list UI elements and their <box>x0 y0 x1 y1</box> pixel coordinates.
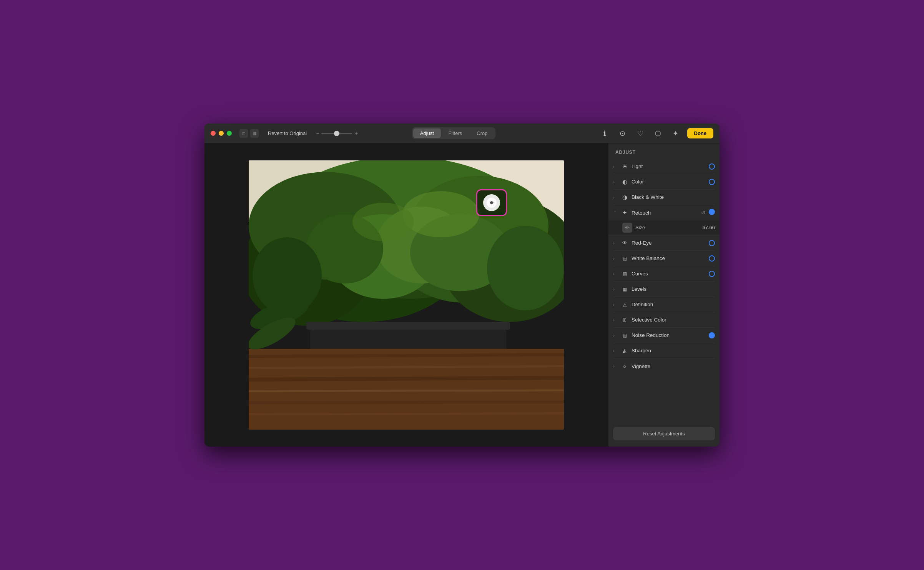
retouch-section: › ✦ Retouch ↺ ✏ Size 67.66 <box>608 205 720 235</box>
right-panel: ADJUST › ☀ Light › ◐ Color <box>608 143 720 447</box>
adjust-row-definition[interactable]: › △ Definition <box>613 297 715 312</box>
vignette-label: Vignette <box>632 363 715 369</box>
brightness-slider[interactable] <box>321 133 352 134</box>
adjust-row-whitebalance[interactable]: › ▤ White Balance <box>613 251 715 266</box>
chevron-right-icon: › <box>613 333 618 338</box>
selectivecolor-icon: ⊞ <box>621 317 628 323</box>
svg-line-24 <box>249 402 564 403</box>
svg-line-25 <box>249 413 564 414</box>
retouch-cursor <box>476 189 507 216</box>
photo-background <box>249 160 564 430</box>
chevron-right-icon: › <box>613 241 618 245</box>
favorite-button[interactable]: ♡ <box>634 127 646 140</box>
vignette-icon: ○ <box>621 363 628 369</box>
whitebalance-icon: ▤ <box>621 256 628 261</box>
adjust-row-levels[interactable]: › ▦ Levels <box>613 282 715 297</box>
tab-crop[interactable]: Crop <box>470 128 494 138</box>
color-indicator <box>709 179 715 185</box>
adjust-row-color[interactable]: › ◐ Color <box>613 174 715 190</box>
light-label: Light <box>632 163 706 169</box>
info-button[interactable]: ℹ <box>599 127 611 140</box>
chevron-right-icon: › <box>613 287 618 292</box>
noisereduction-icon: ▤ <box>621 333 628 338</box>
sharpen-label: Sharpen <box>632 348 715 353</box>
svg-point-28 <box>402 191 479 237</box>
image-area <box>204 143 608 447</box>
adjust-row-noisereduction[interactable]: › ▤ Noise Reduction <box>613 328 715 343</box>
tab-adjust[interactable]: Adjust <box>413 128 441 138</box>
done-button[interactable]: Done <box>687 128 714 138</box>
bw-label: Black & White <box>632 194 715 200</box>
titlebar: □ ▥ Revert to Original − + Adjust Filter… <box>204 123 720 143</box>
magic-wand-button[interactable]: ✦ <box>670 127 682 140</box>
adjust-list: › ☀ Light › ◐ Color <box>608 159 720 421</box>
adjust-row-selectivecolor[interactable]: › ⊞ Selective Color <box>613 312 715 328</box>
svg-rect-19 <box>249 349 564 430</box>
adjust-row-curves[interactable]: › ▤ Curves <box>613 266 715 282</box>
adjust-item-curves: › ▤ Curves <box>608 266 720 282</box>
color-icon: ◐ <box>621 178 628 185</box>
retouch-actions: ↺ <box>700 209 715 217</box>
image-container <box>249 160 564 430</box>
levels-icon: ▦ <box>621 287 628 292</box>
main-content: ADJUST › ☀ Light › ◐ Color <box>204 143 720 447</box>
adjust-item-whitebalance: › ▤ White Balance <box>608 251 720 266</box>
noisereduction-label: Noise Reduction <box>632 332 706 338</box>
definition-icon: △ <box>621 302 628 307</box>
sharpen-icon: ◭ <box>621 348 628 353</box>
close-button[interactable] <box>211 131 216 136</box>
split-view-button[interactable]: ▥ <box>250 129 259 138</box>
light-indicator <box>709 163 715 170</box>
redeye-icon: 👁 <box>621 240 628 246</box>
color-label: Color <box>632 179 706 185</box>
brightness-min-icon: − <box>316 130 319 137</box>
brightness-max-icon: + <box>354 130 358 137</box>
chevron-right-icon: › <box>613 272 618 276</box>
brightness-thumb <box>334 131 339 136</box>
share-button[interactable]: ⬡ <box>652 127 664 140</box>
retouch-tool-icon <box>486 197 497 208</box>
redeye-label: Red-Eye <box>632 240 706 246</box>
retouch-brush-icon: ✏ <box>622 223 632 233</box>
reset-adjustments-button[interactable]: Reset Adjustments <box>613 427 715 440</box>
adjust-row-light[interactable]: › ☀ Light <box>613 159 715 174</box>
adjust-item-sharpen: › ◭ Sharpen <box>608 343 720 358</box>
tab-filters[interactable]: Filters <box>442 128 469 138</box>
redeye-indicator <box>709 240 715 246</box>
adjust-item-definition: › △ Definition <box>608 297 720 312</box>
curves-label: Curves <box>632 271 706 277</box>
size-value: 67.66 <box>702 225 715 230</box>
adjust-row-vignette[interactable]: › ○ Vignette <box>613 358 715 374</box>
retouch-undo-button[interactable]: ↺ <box>700 209 706 217</box>
chevron-right-icon: › <box>613 302 618 307</box>
fullscreen-button[interactable] <box>227 131 232 136</box>
levels-label: Levels <box>632 286 715 292</box>
app-window: □ ▥ Revert to Original − + Adjust Filter… <box>204 123 720 447</box>
chevron-right-icon: › <box>613 364 618 368</box>
whitebalance-label: White Balance <box>632 255 706 261</box>
bw-icon: ◑ <box>621 194 628 201</box>
retouch-icon <box>483 194 500 211</box>
chevron-down-icon: › <box>613 210 618 215</box>
traffic-lights <box>211 131 232 136</box>
chevron-right-icon: › <box>613 180 618 184</box>
adjust-item-light: › ☀ Light <box>608 159 720 174</box>
revert-button[interactable]: Revert to Original <box>265 128 310 138</box>
retouch-icon-symbol: ✦ <box>621 209 628 216</box>
adjust-item-noisereduction: › ▤ Noise Reduction <box>608 328 720 343</box>
selectivecolor-label: Selective Color <box>632 317 715 323</box>
adjust-row-sharpen[interactable]: › ◭ Sharpen <box>613 343 715 358</box>
reset-section: Reset Adjustments <box>608 421 720 447</box>
adjust-row-redeye[interactable]: › 👁 Red-Eye <box>613 235 715 251</box>
retouch-header-row[interactable]: › ✦ Retouch ↺ <box>608 205 720 220</box>
light-icon: ☀ <box>621 163 628 170</box>
adjust-row-bw[interactable]: › ◑ Black & White <box>613 190 715 205</box>
adjust-item-redeye: › 👁 Red-Eye <box>608 235 720 251</box>
curves-icon: ▤ <box>621 271 628 277</box>
curves-indicator <box>709 271 715 277</box>
compare-button[interactable]: ⊙ <box>617 127 629 140</box>
minimize-button[interactable] <box>219 131 224 136</box>
single-view-button[interactable]: □ <box>239 129 248 138</box>
adjust-item-levels: › ▦ Levels <box>608 282 720 297</box>
adjust-item-bw: › ◑ Black & White <box>608 190 720 205</box>
